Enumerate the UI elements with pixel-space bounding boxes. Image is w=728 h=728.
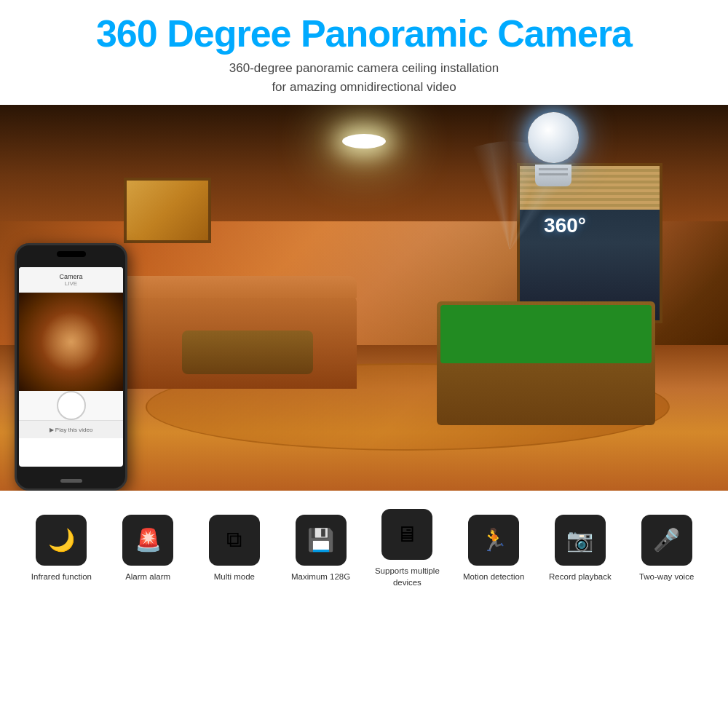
- feature-label-multi-mode: Multi mode: [214, 571, 255, 583]
- light-rays: [400, 141, 619, 360]
- feature-item-multi-mode: ⧉Multi mode: [195, 515, 274, 583]
- wall-painting: [124, 178, 211, 243]
- phone-camera-label: Camera: [59, 273, 82, 280]
- subtitle-line1: 360-degree panoramic camera ceiling inst…: [229, 61, 499, 75]
- feature-item-record: 📷Record playback: [541, 515, 620, 583]
- feature-item-storage: 💾Maximum 128G: [281, 515, 360, 583]
- feature-icon-motion: 🏃: [468, 515, 519, 566]
- phone-home-indicator: [60, 479, 82, 483]
- phone-circle-button[interactable]: [57, 391, 86, 420]
- phone-camera-view: [19, 293, 123, 391]
- feature-label-voice: Two-way voice: [639, 571, 694, 583]
- room-image: 360° Camera LIVE ▶ Play this video: [0, 105, 728, 491]
- degree-label: 360°: [544, 214, 586, 237]
- feature-label-devices: Supports multiple devices: [374, 566, 440, 588]
- feature-icon-infrared: 🌙: [36, 515, 87, 566]
- feature-label-infrared: Infrared function: [31, 571, 92, 583]
- coffee-table: [182, 331, 313, 374]
- subtitle: 360-degree panoramic camera ceiling inst…: [15, 59, 713, 96]
- feature-item-voice: 🎤Two-way voice: [627, 515, 706, 583]
- bulb-base: [535, 165, 571, 186]
- phone-mockup: Camera LIVE ▶ Play this video: [15, 243, 127, 491]
- feature-label-alarm: Alarm alarm: [125, 571, 170, 583]
- feature-item-alarm: 🚨Alarm alarm: [108, 515, 188, 583]
- feature-label-storage: Maximum 128G: [291, 571, 350, 583]
- feature-icon-voice: 🎤: [641, 515, 692, 566]
- phone-play-button[interactable]: ▶ Play this video: [19, 420, 123, 438]
- feature-icon-alarm: 🚨: [122, 515, 173, 566]
- phone-controls: [19, 391, 123, 420]
- header: 360 Degree Panoramic Camera 360-degree p…: [0, 0, 728, 105]
- bulb-body: [528, 112, 579, 163]
- feature-icon-record: 📷: [555, 515, 606, 566]
- subtitle-line2: for amazing omnidirectional video: [272, 80, 456, 94]
- phone-screen: Camera LIVE ▶ Play this video: [19, 267, 123, 467]
- feature-icon-devices: 🖥: [381, 509, 432, 560]
- camera-bulb: [524, 112, 582, 199]
- ceiling-light: [342, 134, 386, 149]
- phone-screen-header: Camera LIVE: [19, 267, 123, 293]
- feature-item-devices: 🖥Supports multiple devices: [368, 509, 447, 588]
- feature-icon-storage: 💾: [296, 515, 347, 566]
- feature-item-infrared: 🌙Infrared function: [22, 515, 101, 583]
- feature-icon-multi-mode: ⧉: [209, 515, 260, 566]
- phone-live-label: LIVE: [65, 280, 77, 287]
- page-title: 360 Degree Panoramic Camera: [15, 13, 713, 55]
- features-section: 🌙Infrared function🚨Alarm alarm⧉Multi mod…: [0, 491, 728, 599]
- phone-notch: [57, 251, 86, 257]
- feature-label-motion: Motion detection: [463, 571, 524, 583]
- feature-label-record: Record playback: [549, 571, 612, 583]
- feature-item-motion: 🏃Motion detection: [454, 515, 534, 583]
- room-background: 360° Camera LIVE ▶ Play this video: [0, 105, 728, 491]
